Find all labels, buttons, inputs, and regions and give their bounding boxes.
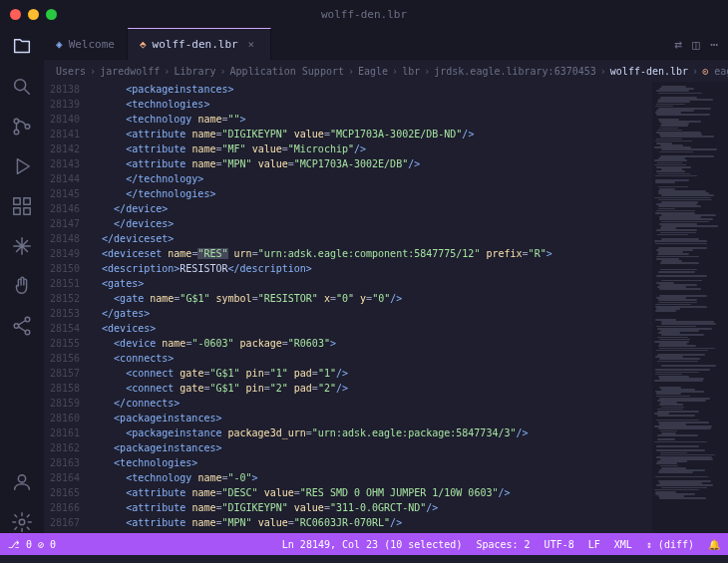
tab-welcome[interactable]: ◈ Welcome <box>44 28 128 60</box>
code-content[interactable]: <packageinstances> <technologies> <techn… <box>90 82 652 533</box>
search-icon[interactable] <box>11 76 33 98</box>
status-diff[interactable]: ↕ (diff) <box>646 539 694 550</box>
source-control-icon[interactable] <box>11 116 33 138</box>
accounts-icon[interactable] <box>11 471 33 493</box>
svg-rect-5 <box>24 198 30 204</box>
hand-icon[interactable] <box>11 275 33 297</box>
editor-actions: ⇄ ◫ ⋯ <box>665 28 728 60</box>
svg-rect-4 <box>14 198 20 204</box>
status-eol[interactable]: LF <box>588 539 600 550</box>
diff-icon[interactable]: ⇄ <box>675 37 683 52</box>
extensions-icon[interactable] <box>11 195 33 217</box>
window-title: wolff-den.lbr <box>321 8 407 21</box>
breadcrumb[interactable]: Users › jaredwolff › Library › Applicati… <box>44 60 728 82</box>
status-cursor-position[interactable]: Ln 28149, Col 23 (10 selected) <box>282 539 463 550</box>
minimap[interactable] <box>652 82 728 533</box>
split-editor-icon[interactable]: ◫ <box>692 37 700 52</box>
settings-gear-icon[interactable] <box>11 511 33 533</box>
activity-bar <box>0 28 44 533</box>
window-controls <box>10 9 57 20</box>
tab-label: wolff-den.lbr <box>153 38 238 51</box>
zoom-window-icon[interactable] <box>46 9 57 20</box>
share-icon[interactable] <box>11 315 33 337</box>
status-branch[interactable]: ⎇ 0 ⊘ 0 <box>8 539 56 550</box>
line-numbers: 2813828139281402814128142281432814428145… <box>44 82 90 533</box>
sparkle-icon[interactable] <box>11 235 33 257</box>
title-bar: wolff-den.lbr <box>0 0 728 28</box>
svg-rect-6 <box>14 208 20 214</box>
status-notifications-icon[interactable]: 🔔 <box>708 539 720 550</box>
close-window-icon[interactable] <box>10 9 21 20</box>
svg-point-0 <box>15 80 26 91</box>
explorer-icon[interactable] <box>11 36 33 58</box>
svg-rect-7 <box>24 208 30 214</box>
more-actions-icon[interactable]: ⋯ <box>710 37 718 52</box>
status-language[interactable]: XML <box>614 539 632 550</box>
tab-label: Welcome <box>69 38 115 51</box>
svg-point-12 <box>19 519 25 525</box>
debug-icon[interactable] <box>11 155 33 177</box>
status-indent[interactable]: Spaces: 2 <box>476 539 530 550</box>
tab-file[interactable]: ⬘ wolff-den.lbr × <box>128 28 271 60</box>
vscode-icon: ◈ <box>56 38 63 51</box>
minimize-window-icon[interactable] <box>28 9 39 20</box>
xml-file-icon: ⬘ <box>140 38 147 51</box>
tab-bar: ◈ Welcome ⬘ wolff-den.lbr × ⇄ ◫ ⋯ <box>44 28 728 60</box>
status-bar: ⎇ 0 ⊘ 0 Ln 28149, Col 23 (10 selected) S… <box>0 533 728 555</box>
editor[interactable]: 2813828139281402814128142281432814428145… <box>44 82 728 533</box>
tab-close-icon[interactable]: × <box>244 38 258 52</box>
status-encoding[interactable]: UTF-8 <box>545 539 574 550</box>
svg-point-11 <box>18 475 25 482</box>
